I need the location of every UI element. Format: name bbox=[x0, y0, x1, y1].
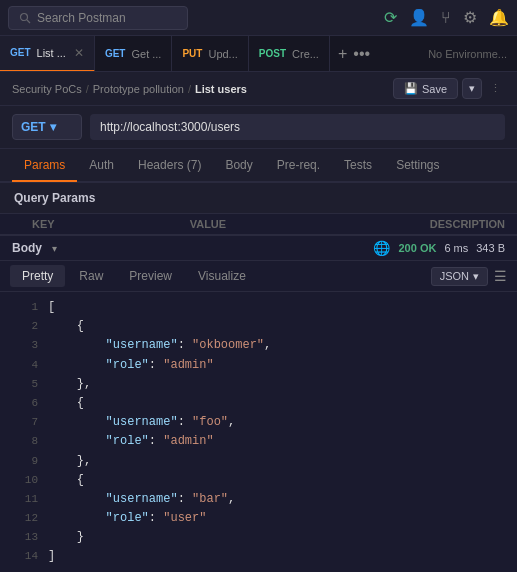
response-size: 343 B bbox=[476, 242, 505, 254]
tab-label-4: Cre... bbox=[292, 48, 319, 60]
json-content: "role": "admin" bbox=[48, 356, 214, 375]
sync-icon[interactable]: ⟳ bbox=[384, 8, 397, 27]
tab-method-get2: GET bbox=[105, 48, 126, 59]
globe-icon: 🌐 bbox=[373, 240, 390, 256]
search-icon bbox=[19, 12, 31, 24]
json-viewer: 1[2 {3 "username": "okboomer",4 "role": … bbox=[0, 292, 517, 572]
breadcrumb-part-1[interactable]: Security PoCs bbox=[12, 83, 82, 95]
res-tab-raw[interactable]: Raw bbox=[67, 265, 115, 287]
save-icon: 💾 bbox=[404, 82, 418, 95]
breadcrumb: Security PoCs / Prototype pollution / Li… bbox=[12, 83, 247, 95]
req-tab-settings[interactable]: Settings bbox=[384, 150, 451, 182]
res-tab-visualize[interactable]: Visualize bbox=[186, 265, 258, 287]
save-button[interactable]: 💾 Save bbox=[393, 78, 458, 99]
tabs-bar: GET List ... ✕ GET Get ... PUT Upd... PO… bbox=[0, 36, 517, 72]
status-ok: 200 OK bbox=[398, 242, 436, 254]
tab-method-put: PUT bbox=[182, 48, 202, 59]
bell-icon[interactable]: 🔔 bbox=[489, 8, 509, 27]
add-tab-icon[interactable]: + bbox=[338, 45, 347, 63]
res-tab-pretty[interactable]: Pretty bbox=[10, 265, 65, 287]
breadcrumb-part-2[interactable]: Prototype pollution bbox=[93, 83, 184, 95]
tab-put-update[interactable]: PUT Upd... bbox=[172, 36, 248, 72]
breadcrumb-bar: Security PoCs / Prototype pollution / Li… bbox=[0, 72, 517, 106]
filter-icon[interactable]: ☰ bbox=[494, 268, 507, 284]
breadcrumb-current: List users bbox=[195, 83, 247, 95]
response-format-group: JSON ▾ ☰ bbox=[431, 267, 507, 286]
breadcrumb-sep-1: / bbox=[86, 83, 89, 95]
json-content: "username": "foo", bbox=[48, 413, 235, 432]
req-tab-tests[interactable]: Tests bbox=[332, 150, 384, 182]
json-line: 11 "username": "bar", bbox=[10, 490, 507, 509]
fork-icon[interactable]: ⑂ bbox=[441, 9, 451, 27]
json-content: }, bbox=[48, 452, 91, 471]
json-content: { bbox=[48, 317, 84, 336]
url-input[interactable] bbox=[90, 114, 505, 140]
no-environment[interactable]: No Environme... bbox=[418, 48, 517, 60]
req-tab-headers[interactable]: Headers (7) bbox=[126, 150, 213, 182]
format-chevron-icon: ▾ bbox=[473, 270, 479, 283]
method-label: GET bbox=[21, 120, 46, 134]
tab-label: List ... bbox=[37, 47, 66, 59]
chevron-down-icon: ▾ bbox=[469, 82, 475, 95]
json-content: "role": "user" bbox=[48, 509, 206, 528]
json-line: 14] bbox=[10, 547, 507, 566]
json-line: 1[ bbox=[10, 298, 507, 317]
json-content: }, bbox=[48, 375, 91, 394]
json-line: 3 "username": "okboomer", bbox=[10, 336, 507, 355]
req-tab-auth[interactable]: Auth bbox=[77, 150, 126, 182]
tab-label-3: Upd... bbox=[208, 48, 237, 60]
search-placeholder: Search Postman bbox=[37, 11, 126, 25]
user-plus-icon[interactable]: 👤 bbox=[409, 8, 429, 27]
tab-post-create[interactable]: POST Cre... bbox=[249, 36, 330, 72]
json-content: [ bbox=[48, 298, 55, 317]
json-line: 2 { bbox=[10, 317, 507, 336]
response-format-tabs: Pretty Raw Preview Visualize JSON ▾ ☰ bbox=[0, 261, 517, 292]
json-line: 10 { bbox=[10, 471, 507, 490]
tab-close-icon[interactable]: ✕ bbox=[74, 46, 84, 60]
col-value: VALUE bbox=[190, 218, 348, 230]
method-chevron: ▾ bbox=[50, 120, 56, 134]
body-label: Body bbox=[12, 241, 42, 255]
tab-label-2: Get ... bbox=[131, 48, 161, 60]
top-bar: Search Postman ⟳ 👤 ⑂ ⚙ 🔔 bbox=[0, 0, 517, 36]
json-line: 6 { bbox=[10, 394, 507, 413]
search-box[interactable]: Search Postman bbox=[8, 6, 188, 30]
json-content: ] bbox=[48, 547, 55, 566]
req-tab-params[interactable]: Params bbox=[12, 150, 77, 182]
tab-method-post: POST bbox=[259, 48, 286, 59]
json-line: 13 } bbox=[10, 528, 507, 547]
format-label: JSON bbox=[440, 270, 469, 282]
json-line: 4 "role": "admin" bbox=[10, 356, 507, 375]
method-select[interactable]: GET ▾ bbox=[12, 114, 82, 140]
query-params-label: Query Params bbox=[0, 183, 517, 214]
tab-method-get: GET bbox=[10, 47, 31, 58]
save-label: Save bbox=[422, 83, 447, 95]
save-dropdown-button[interactable]: ▾ bbox=[462, 78, 482, 99]
json-line: 7 "username": "foo", bbox=[10, 413, 507, 432]
format-select[interactable]: JSON ▾ bbox=[431, 267, 488, 286]
req-tab-prereq[interactable]: Pre-req. bbox=[265, 150, 332, 182]
col-key: KEY bbox=[12, 218, 190, 230]
tab-actions: + ••• bbox=[330, 45, 378, 63]
svg-line-1 bbox=[27, 20, 30, 23]
request-tabs: Params Auth Headers (7) Body Pre-req. Te… bbox=[0, 149, 517, 183]
tab-get-user[interactable]: GET Get ... bbox=[95, 36, 173, 72]
json-content: } bbox=[48, 528, 84, 547]
response-header: Body ▾ 🌐 200 OK 6 ms 343 B bbox=[0, 235, 517, 261]
res-tab-preview[interactable]: Preview bbox=[117, 265, 184, 287]
more-tabs-icon[interactable]: ••• bbox=[353, 45, 370, 63]
gear-icon[interactable]: ⚙ bbox=[463, 8, 477, 27]
more-options-icon[interactable]: ⋮ bbox=[486, 82, 505, 95]
response-time: 6 ms bbox=[444, 242, 468, 254]
json-line: 9 }, bbox=[10, 452, 507, 471]
json-line: 12 "role": "user" bbox=[10, 509, 507, 528]
top-icons: ⟳ 👤 ⑂ ⚙ 🔔 bbox=[384, 8, 509, 27]
request-line: GET ▾ bbox=[0, 106, 517, 149]
json-line: 8 "role": "admin" bbox=[10, 432, 507, 451]
json-content: "username": "okboomer", bbox=[48, 336, 271, 355]
json-line: 5 }, bbox=[10, 375, 507, 394]
req-tab-body[interactable]: Body bbox=[213, 150, 264, 182]
tab-list-users[interactable]: GET List ... ✕ bbox=[0, 36, 95, 72]
col-description: DESCRIPTION bbox=[347, 218, 505, 230]
body-chevron-icon[interactable]: ▾ bbox=[52, 243, 57, 254]
